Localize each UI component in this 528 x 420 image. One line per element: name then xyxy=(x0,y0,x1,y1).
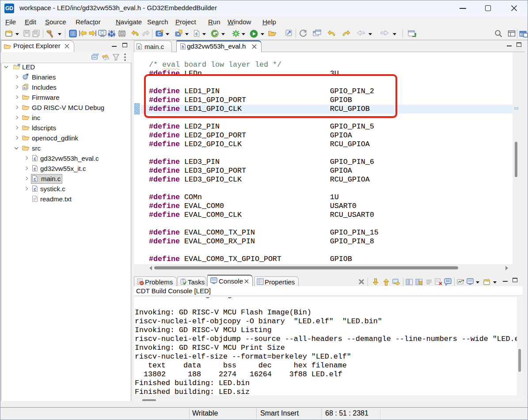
svg-text:c: c xyxy=(195,32,198,37)
svg-text:h: h xyxy=(23,86,26,90)
svg-text:C: C xyxy=(157,31,160,36)
svg-text:c: c xyxy=(34,177,36,182)
svg-text:h: h xyxy=(182,45,184,50)
svg-text:c: c xyxy=(138,45,141,50)
svg-text:c: c xyxy=(34,187,36,192)
svg-text:c: c xyxy=(34,167,36,172)
svg-text:c: c xyxy=(34,157,36,162)
